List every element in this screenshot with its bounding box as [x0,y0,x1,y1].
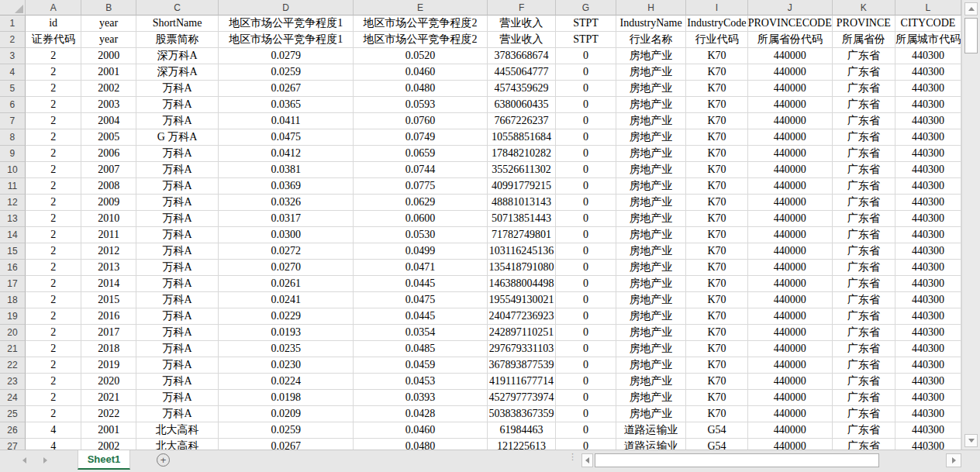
cell-J1[interactable]: PROVINCECODE [748,16,833,32]
cell-G20[interactable]: 0 [556,325,616,341]
cell-B27[interactable]: 2002 [81,439,136,450]
cell-F20[interactable]: 242897110251 [488,325,556,341]
cell-L10[interactable]: 440300 [895,162,961,178]
cell-C8[interactable]: G 万科A [136,129,219,146]
cell-B8[interactable]: 2005 [81,129,136,146]
cell-F23[interactable]: 419111677714 [488,374,556,390]
cell-B10[interactable]: 2007 [81,162,136,178]
cell-C15[interactable]: 万科A [136,243,219,260]
cell-E7[interactable]: 0.0760 [354,113,488,129]
cell-L23[interactable]: 440300 [895,374,961,390]
cell-C7[interactable]: 万科A [136,113,219,129]
cell-I24[interactable]: K70 [686,390,747,406]
cell-E9[interactable]: 0.0659 [354,146,488,162]
cell-J15[interactable]: 440000 [748,243,833,260]
cell-K4[interactable]: 广东省 [833,64,895,81]
cell-B17[interactable]: 2014 [81,276,136,292]
cell-F27[interactable]: 121225613 [488,439,556,450]
horizontal-scrollbar[interactable] [581,453,961,467]
cell-L20[interactable]: 440300 [895,325,961,341]
cell-B25[interactable]: 2022 [81,406,136,422]
cell-G3[interactable]: 0 [556,48,616,64]
cell-L26[interactable]: 440300 [895,422,961,439]
sheet-nav-left-button[interactable] [19,455,29,466]
cell-I13[interactable]: K70 [686,211,747,227]
cell-E14[interactable]: 0.0530 [354,227,488,243]
cell-E13[interactable]: 0.0600 [354,211,488,227]
cell-G14[interactable]: 0 [556,227,616,243]
cell-K16[interactable]: 广东省 [833,260,895,276]
cell-A23[interactable]: 2 [26,374,82,390]
column-header-H[interactable]: H [616,0,686,16]
cell-C12[interactable]: 万科A [136,195,219,211]
cell-G27[interactable]: 0 [556,439,616,450]
cell-C5[interactable]: 万科A [136,81,219,97]
cell-G9[interactable]: 0 [556,146,616,162]
cell-F17[interactable]: 146388004498 [488,276,556,292]
cell-H14[interactable]: 房地产业 [616,227,686,243]
cell-E21[interactable]: 0.0485 [354,341,488,357]
cell-E12[interactable]: 0.0629 [354,195,488,211]
cell-G11[interactable]: 0 [556,178,616,195]
cell-K5[interactable]: 广东省 [833,81,895,97]
cell-A15[interactable]: 2 [26,243,82,260]
cell-E15[interactable]: 0.0499 [354,243,488,260]
cell-G4[interactable]: 0 [556,64,616,81]
cell-L9[interactable]: 440300 [895,146,961,162]
cell-B13[interactable]: 2010 [81,211,136,227]
cell-F5[interactable]: 4574359629 [488,81,556,97]
cell-G23[interactable]: 0 [556,374,616,390]
cell-D26[interactable]: 0.0259 [219,422,354,439]
cell-H15[interactable]: 房地产业 [616,243,686,260]
cell-H13[interactable]: 房地产业 [616,211,686,227]
cell-H26[interactable]: 道路运输业 [616,422,686,439]
cell-K3[interactable]: 广东省 [833,48,895,64]
cell-K2[interactable]: 所属省份 [833,32,895,48]
cell-F24[interactable]: 452797773974 [488,390,556,406]
cell-K23[interactable]: 广东省 [833,374,895,390]
cell-C16[interactable]: 万科A [136,260,219,276]
cell-C1[interactable]: ShortName [136,16,219,32]
cell-A7[interactable]: 2 [26,113,82,129]
cell-I20[interactable]: K70 [686,325,747,341]
cell-B15[interactable]: 2012 [81,243,136,260]
scroll-down-button[interactable] [964,434,978,447]
cell-G25[interactable]: 0 [556,406,616,422]
tab-sheet1[interactable]: Sheet1 [78,450,130,470]
cell-K10[interactable]: 广东省 [833,162,895,178]
column-header-B[interactable]: B [81,0,136,16]
column-header-E[interactable]: E [354,0,488,16]
cell-H18[interactable]: 房地产业 [616,292,686,308]
row-header-21[interactable]: 21 [0,341,26,357]
cell-E6[interactable]: 0.0593 [354,97,488,113]
row-header-26[interactable]: 26 [0,422,26,439]
cell-B5[interactable]: 2002 [81,81,136,97]
cell-A27[interactable]: 4 [26,439,82,450]
cell-D7[interactable]: 0.0411 [219,113,354,129]
cell-J20[interactable]: 440000 [748,325,833,341]
cell-L17[interactable]: 440300 [895,276,961,292]
cell-D17[interactable]: 0.0261 [219,276,354,292]
scroll-left-button[interactable] [581,453,593,467]
cell-I15[interactable]: K70 [686,243,747,260]
cell-K26[interactable]: 广东省 [833,422,895,439]
cell-D12[interactable]: 0.0326 [219,195,354,211]
cell-C23[interactable]: 万科A [136,374,219,390]
column-header-A[interactable]: A [26,0,82,16]
cell-J12[interactable]: 440000 [748,195,833,211]
cell-I22[interactable]: K70 [686,357,747,374]
cell-K9[interactable]: 广东省 [833,146,895,162]
cell-C21[interactable]: 万科A [136,341,219,357]
cell-I4[interactable]: K70 [686,64,747,81]
row-header-7[interactable]: 7 [0,113,26,129]
cell-J21[interactable]: 440000 [748,341,833,357]
cell-C9[interactable]: 万科A [136,146,219,162]
cell-G26[interactable]: 0 [556,422,616,439]
cell-F18[interactable]: 195549130021 [488,292,556,308]
cell-D2[interactable]: 地区市场公平竞争程度1 [219,32,354,48]
cell-K22[interactable]: 广东省 [833,357,895,374]
cell-J6[interactable]: 440000 [748,97,833,113]
horizontal-scroll-thumb[interactable] [595,453,879,467]
cell-C3[interactable]: 深万科A [136,48,219,64]
cell-I1[interactable]: IndustryCode [686,16,747,32]
